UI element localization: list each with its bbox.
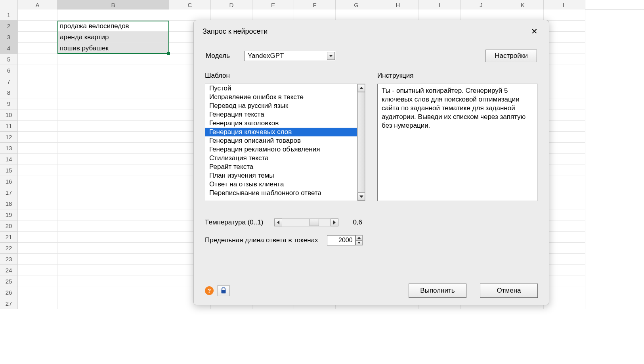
column-header-H[interactable]: H [377,0,419,10]
row-header[interactable]: 13 [0,143,18,154]
cell-L16[interactable] [544,176,585,187]
slider-thumb[interactable] [310,219,319,226]
template-item[interactable]: Пустой [205,84,357,93]
cell-B22[interactable] [57,243,169,254]
cell-H1[interactable] [377,10,419,21]
cell-A24[interactable] [18,265,57,276]
listbox-scrollbar[interactable] [357,84,365,201]
cell-B26[interactable] [57,287,169,298]
template-listbox[interactable]: ПустойИсправление ошибок в текстеПеревод… [205,84,365,201]
cell-B23[interactable] [57,254,169,265]
row-header[interactable]: 12 [0,132,18,143]
cell-A17[interactable] [18,187,57,198]
model-combobox[interactable]: YandexGPT [244,51,336,61]
cell-L2[interactable] [544,21,585,32]
row-header[interactable]: 11 [0,121,18,132]
max-length-input[interactable] [327,235,355,245]
template-item[interactable]: Перевод на русский язык [205,102,357,110]
cell-E1[interactable] [252,10,294,21]
slider-track[interactable] [282,218,331,226]
cell-B13[interactable] [57,143,169,154]
cell-A14[interactable] [18,154,57,165]
template-item[interactable]: Переписывание шаблонного ответа [205,189,357,197]
cell-B24[interactable] [57,265,169,276]
row-header[interactable]: 3 [0,32,18,43]
cell-L18[interactable] [544,198,585,209]
cell-A10[interactable] [18,109,57,121]
cell-B12[interactable] [57,132,169,143]
cell-A2[interactable] [18,21,57,32]
row-header[interactable]: 20 [0,220,18,232]
cell-L27[interactable] [544,298,585,309]
lock-button[interactable] [218,285,229,296]
row-header[interactable]: 24 [0,265,18,276]
cell-L7[interactable] [544,76,585,87]
cell-A22[interactable] [18,243,57,254]
cell-A23[interactable] [18,254,57,265]
row-header[interactable]: 27 [0,298,18,309]
cell-B10[interactable] [57,109,169,121]
row-header[interactable]: 19 [0,209,18,220]
settings-button[interactable]: Настройки [485,50,537,62]
cell-L19[interactable] [544,209,585,220]
cell-B27[interactable] [57,298,169,309]
cell-A13[interactable] [18,143,57,154]
cell-B7[interactable] [57,76,169,87]
template-item[interactable]: Генерация заголовков [205,119,357,128]
cell-L14[interactable] [544,154,585,165]
cell-L23[interactable] [544,254,585,265]
cell-L10[interactable] [544,109,585,121]
cell-L1[interactable] [544,10,585,21]
column-header-F[interactable]: F [294,0,336,10]
row-header[interactable]: 5 [0,54,18,65]
row-header[interactable]: 21 [0,232,18,243]
cell-L8[interactable] [544,87,585,98]
cell-B17[interactable] [57,187,169,198]
cancel-button[interactable]: Отмена [480,284,538,298]
slider-right-button[interactable] [331,218,338,226]
cell-B21[interactable] [57,232,169,243]
column-header-E[interactable]: E [252,0,294,10]
cell-B14[interactable] [57,154,169,165]
cell-B5[interactable] [57,54,169,65]
template-item[interactable]: Генерация текста [205,110,357,119]
row-header[interactable]: 25 [0,276,18,287]
row-header[interactable]: 15 [0,165,18,176]
spinner-up-button[interactable] [355,235,363,240]
cell-A16[interactable] [18,176,57,187]
cell-B25[interactable] [57,276,169,287]
cell-A27[interactable] [18,298,57,309]
row-header[interactable]: 2 [0,21,18,32]
template-item[interactable]: Рерайт текста [205,163,357,171]
cell-B15[interactable] [57,165,169,176]
template-item[interactable]: Генерация описаний товаров [205,136,357,145]
cell-G1[interactable] [336,10,377,21]
cell-L6[interactable] [544,65,585,76]
row-header[interactable]: 9 [0,98,18,109]
cell-L24[interactable] [544,265,585,276]
cell-A20[interactable] [18,220,57,232]
cell-A8[interactable] [18,87,57,98]
cell-F1[interactable] [294,10,336,21]
spinner-down-button[interactable] [355,240,363,245]
cell-D1[interactable] [211,10,252,21]
scroll-up-button[interactable] [357,84,365,92]
cell-A3[interactable] [18,32,57,43]
row-header[interactable]: 26 [0,287,18,298]
cell-L12[interactable] [544,132,585,143]
column-header-K[interactable]: K [502,0,544,10]
select-all-corner[interactable] [0,0,18,10]
cell-L15[interactable] [544,165,585,176]
row-header[interactable]: 18 [0,198,18,209]
template-item[interactable]: Ответ на отзыв клиента [205,180,357,189]
cell-A5[interactable] [18,54,57,65]
row-header[interactable]: 8 [0,87,18,98]
cell-B19[interactable] [57,209,169,220]
execute-button[interactable]: Выполнить [409,284,466,298]
cell-L22[interactable] [544,243,585,254]
slider-left-button[interactable] [274,218,282,226]
cell-B3[interactable]: аренда квартир [57,32,169,43]
cell-L17[interactable] [544,187,585,198]
template-item[interactable]: План изучения темы [205,171,357,180]
chevron-down-icon[interactable] [327,52,335,60]
